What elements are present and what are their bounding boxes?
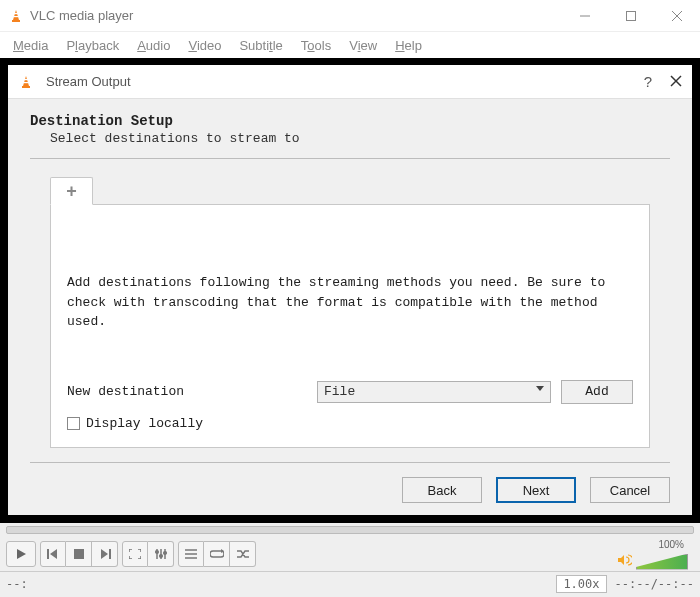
svg-rect-3 [12, 20, 20, 22]
destination-combobox[interactable]: File [317, 381, 551, 403]
svg-rect-19 [109, 549, 111, 559]
vlc-cone-icon [18, 74, 34, 90]
play-button[interactable] [6, 541, 36, 567]
display-locally-checkbox[interactable] [67, 417, 80, 430]
vlc-cone-icon [8, 8, 24, 24]
window-close-button[interactable] [654, 0, 700, 32]
chevron-down-icon [536, 386, 544, 391]
time-display: --:--/--:-- [615, 577, 694, 591]
add-tab-button[interactable]: + [50, 177, 93, 205]
fullscreen-button[interactable] [122, 541, 148, 567]
dialog-help-button[interactable]: ? [644, 73, 652, 90]
dialog-titlebar: Stream Output ? [8, 65, 692, 99]
svg-marker-16 [50, 549, 57, 559]
menu-media[interactable]: Media [6, 36, 55, 55]
next-button[interactable] [92, 541, 118, 567]
destination-tabstrip: + [50, 177, 670, 205]
menu-audio[interactable]: Audio [130, 36, 177, 55]
video-stage: Stream Output ? Destination Setup Select… [0, 58, 700, 523]
status-bar: --: 1.00x --:--/--:-- [0, 571, 700, 595]
svg-marker-8 [23, 76, 29, 86]
plus-icon: + [66, 181, 77, 202]
new-destination-label: New destination [67, 382, 307, 402]
section-subtitle: Select destinations to stream to [50, 131, 670, 146]
status-left: --: [6, 577, 28, 591]
stop-button[interactable] [66, 541, 92, 567]
volume-slider[interactable] [636, 554, 688, 570]
next-button[interactable]: Next [496, 477, 576, 503]
divider [30, 462, 670, 463]
svg-rect-2 [14, 16, 19, 17]
menu-subtitle[interactable]: Subtitle [232, 36, 289, 55]
menu-playback[interactable]: Playback [59, 36, 126, 55]
seek-slider[interactable] [6, 526, 694, 534]
menu-view[interactable]: View [342, 36, 384, 55]
display-locally-label: Display locally [86, 414, 203, 434]
loop-button[interactable] [204, 541, 230, 567]
window-maximize-button[interactable] [608, 0, 654, 32]
player-controls-bar: 100% --: 1.00x --:--/--:-- [0, 523, 700, 597]
svg-marker-30 [618, 555, 624, 565]
speaker-icon[interactable] [618, 554, 632, 569]
window-title: VLC media player [30, 8, 133, 23]
svg-point-24 [159, 555, 162, 558]
window-minimize-button[interactable] [562, 0, 608, 32]
destination-panel: Add destinations following the streaming… [50, 204, 650, 448]
svg-rect-9 [24, 79, 28, 80]
svg-rect-10 [24, 82, 29, 83]
menu-help[interactable]: Help [388, 36, 429, 55]
volume-percentage: 100% [658, 539, 684, 550]
svg-rect-11 [22, 86, 30, 88]
svg-point-23 [155, 551, 158, 554]
destination-value: File [324, 384, 355, 399]
menu-tools[interactable]: Tools [294, 36, 338, 55]
svg-rect-15 [47, 549, 49, 559]
svg-marker-0 [13, 10, 19, 20]
window-titlebar: VLC media player [0, 0, 700, 32]
previous-button[interactable] [40, 541, 66, 567]
add-destination-button[interactable]: Add [561, 380, 633, 404]
panel-instructions: Add destinations following the streaming… [67, 273, 633, 332]
svg-marker-18 [101, 549, 108, 559]
svg-rect-1 [14, 13, 18, 14]
extended-settings-button[interactable] [148, 541, 174, 567]
seek-bar-area [0, 523, 700, 537]
stream-output-dialog: Stream Output ? Destination Setup Select… [8, 65, 692, 515]
svg-marker-14 [17, 549, 26, 559]
svg-point-25 [163, 552, 166, 555]
svg-rect-5 [627, 11, 636, 20]
menu-bar: Media Playback Audio Video Subtitle Tool… [0, 32, 700, 58]
playback-speed[interactable]: 1.00x [556, 575, 606, 593]
back-button[interactable]: Back [402, 477, 482, 503]
random-button[interactable] [230, 541, 256, 567]
dialog-close-button[interactable] [670, 74, 682, 90]
playlist-button[interactable] [178, 541, 204, 567]
divider [30, 158, 670, 159]
dialog-title: Stream Output [46, 74, 131, 89]
svg-rect-17 [74, 549, 84, 559]
menu-video[interactable]: Video [181, 36, 228, 55]
cancel-button[interactable]: Cancel [590, 477, 670, 503]
section-title: Destination Setup [30, 113, 670, 129]
